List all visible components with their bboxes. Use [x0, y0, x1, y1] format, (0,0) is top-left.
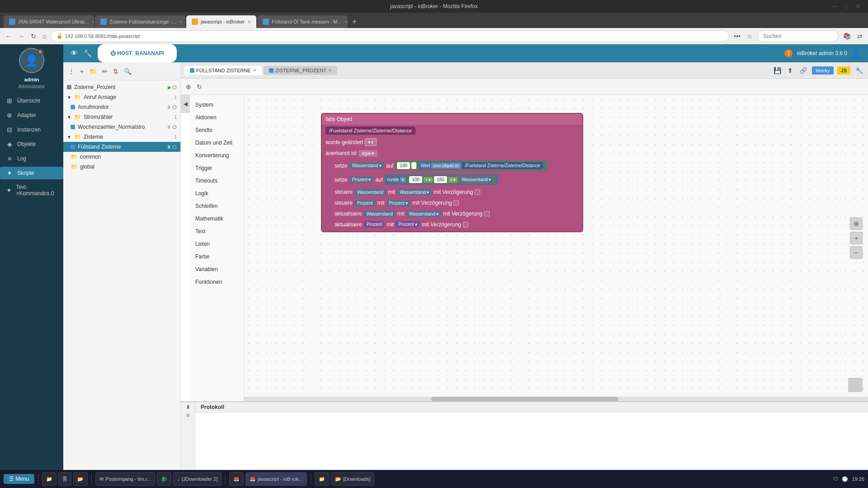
taskbar-item-email[interactable]: ✉ Posteingang - tim.r... — [95, 472, 155, 486]
back-btn[interactable]: ← — [4, 32, 14, 41]
scripts-sort-btn[interactable]: ⇅ — [112, 66, 120, 76]
sidebar-item-objects[interactable]: ◈ Objekte — [0, 138, 63, 150]
sidebar-item-log[interactable]: ≡ Log — [0, 152, 63, 165]
category-listen[interactable]: Listen — [190, 238, 244, 250]
eye-icon-btn[interactable]: 👁 — [71, 49, 78, 57]
tree-item-wochenzaehler[interactable]: Wochenzaehler_Normalstro ⏸ ⬡ — [63, 122, 180, 132]
scripts-add-folder-btn[interactable]: 📁 — [88, 66, 98, 76]
home-btn[interactable]: ⌂ — [41, 32, 48, 41]
taskbar-item-firefox2[interactable]: 🦊 javascript - ioB rok... — [245, 472, 307, 486]
category-system[interactable]: System — [190, 99, 244, 111]
taskbar-item-folder2[interactable]: 📁 — [315, 472, 329, 486]
category-trigger[interactable]: Trigger — [190, 162, 244, 174]
category-timeouts[interactable]: Timeouts — [190, 174, 244, 187]
category-aktionen[interactable]: Aktionen — [190, 111, 244, 124]
category-datum[interactable]: Datum und Zeit — [190, 136, 244, 149]
var1-badge[interactable]: Wasserstand ▾ — [349, 162, 384, 169]
pause-btn-anruf[interactable]: ⏸ — [166, 104, 171, 110]
save-icon-btn[interactable]: 💾 — [772, 66, 783, 75]
scripts-edit-btn[interactable]: ✏ — [101, 66, 109, 76]
panel-collapse-btn[interactable]: ◀ — [181, 95, 190, 113]
sidebar-item-overview[interactable]: ⊞ Übersicht — [0, 94, 63, 107]
zoom-in-btn[interactable]: + — [850, 232, 863, 244]
taskbar-item-folder[interactable]: 📂 — [73, 472, 88, 486]
scripts-search-btn[interactable]: 🔍 — [123, 66, 133, 76]
sidebar-item-text-commands[interactable]: ✦ Text->Kommandos.0 — [0, 181, 63, 199]
changed-dropdown[interactable]: ▾ — [365, 138, 377, 146]
tab-close-1[interactable]: ✕ — [179, 19, 182, 24]
link-icon-btn[interactable]: 🔗 — [798, 66, 808, 75]
aktu1-val[interactable]: Wasserstand ▾ — [406, 211, 441, 217]
ack-value[interactable]: egal ▾ — [359, 150, 377, 157]
category-text[interactable]: Text — [190, 225, 244, 238]
log-download-btn[interactable]: ⬇ — [186, 404, 190, 410]
reload-btn[interactable]: ↻ — [29, 32, 38, 41]
browser-tab-2[interactable]: javascript - ioBroker ✕ — [186, 15, 256, 28]
zoom-out-btn[interactable]: − — [850, 246, 863, 259]
sidebar-close-btn[interactable]: ✕ — [37, 49, 43, 55]
minimize-btn[interactable]: ─ — [831, 2, 839, 11]
taskbar-start-btn[interactable]: ☰ Menu — [4, 474, 34, 484]
category-mathematik[interactable]: Mathematik — [190, 212, 244, 225]
pause-btn-woche[interactable]: ⏸ — [166, 124, 171, 130]
address-bar[interactable]: 🔒 192.168.0.56:8081/#tab-javascript — [51, 30, 729, 42]
taskbar-item-files[interactable]: 📁 — [42, 472, 57, 486]
pause-btn-fullstand[interactable]: ⏸ — [166, 144, 171, 150]
sidebar-item-instances[interactable]: ⊟ Instanzen — [0, 123, 63, 136]
export-btn-anruf[interactable]: ⬡ — [172, 104, 177, 110]
export-btn-woche[interactable]: ⬡ — [172, 124, 177, 130]
tree-item-strom-folder[interactable]: ▼ 📁 Stromzähler 1 — [63, 112, 180, 122]
mit2-val[interactable]: Prozent ▾ — [387, 200, 410, 206]
tab-close-0[interactable]: ✕ — [92, 19, 94, 24]
browser-tab-0[interactable]: JSN-SR04T Waterproof Ultras... ✕ — [4, 15, 94, 28]
sidebar-item-adapter[interactable]: ⊕ Adapter — [0, 109, 63, 122]
export-btn-fullstand[interactable]: ⬡ — [172, 144, 177, 150]
more-btn[interactable]: ••• — [732, 32, 742, 41]
tab-close-3[interactable]: ✕ — [344, 19, 348, 24]
tree-item-zisterne-folder[interactable]: ▼ 📁 Zisterne 1 — [63, 132, 180, 142]
bookmarks-panel-btn[interactable]: 📚 — [841, 32, 853, 41]
calc-op2-badge[interactable]: × ▾ — [448, 177, 458, 183]
scripts-add-btn[interactable]: + — [79, 66, 85, 76]
category-farbe[interactable]: Farbe — [190, 250, 244, 263]
run-btn[interactable]: ▶ — [168, 84, 171, 90]
editor-tab-close-0[interactable]: ✕ — [253, 68, 256, 73]
maximize-btn[interactable]: □ — [843, 2, 850, 11]
category-schleifen[interactable]: Schleifen — [190, 200, 244, 212]
browser-tab-1[interactable]: Zisterne Füllstandsanzeige -... ✕ — [95, 15, 185, 28]
editor-tab-0[interactable]: FÜLLSTAND ZISTERNE ✕ — [184, 66, 262, 75]
category-konvertierung[interactable]: Konvertierung — [190, 149, 244, 162]
workspace-scrollbar-h[interactable] — [244, 397, 868, 401]
category-funktionen[interactable]: Funktionen — [190, 276, 244, 288]
export-icon-btn[interactable]: ⬆ — [786, 66, 794, 75]
browser-search-input[interactable] — [757, 30, 839, 42]
close-btn[interactable]: ✕ — [854, 2, 863, 11]
forward-btn[interactable]: → — [16, 32, 26, 41]
taskbar-item-firefox1[interactable]: 🦊 — [229, 472, 244, 486]
round-dropdown[interactable]: ▾ — [400, 177, 406, 183]
category-logik[interactable]: Logik — [190, 187, 244, 200]
topbar-user-icon[interactable]: 👤 — [852, 49, 861, 58]
category-sendto[interactable]: Sendto — [190, 124, 244, 136]
tab-close-2[interactable]: ✕ — [247, 19, 251, 24]
bookmark-btn[interactable]: ☆ — [745, 32, 755, 41]
blocky-btn[interactable]: blocky — [812, 66, 833, 75]
tree-item-anruf-folder[interactable]: ▼ 📁 Anruf Ansage 1 — [63, 92, 180, 102]
category-variablen[interactable]: Variablen — [190, 263, 244, 276]
mit1-val[interactable]: Wasserstand ▾ — [397, 189, 432, 196]
wrench-icon-btn[interactable]: 🔧 — [83, 49, 92, 58]
var2-badge[interactable]: Prozent ▾ — [349, 176, 373, 183]
tree-item-zisterne-prozent[interactable]: Zisterne_Prozent ▶ ⬡ — [63, 82, 180, 92]
aktu1-checkbox[interactable] — [484, 211, 490, 216]
log-list-btn[interactable]: ≡ — [186, 412, 189, 418]
export-btn[interactable]: ⬡ — [172, 84, 177, 90]
tree-item-common[interactable]: 📁 common — [63, 152, 180, 162]
editor-tab-1[interactable]: ZISTERNE_PROZENT ✕ — [264, 66, 337, 75]
blockly-workspace[interactable]: falls Objekt /Fuelstand Zisterne/Zistern… — [244, 95, 868, 401]
settings-icon-btn[interactable]: 🔧 — [854, 66, 864, 75]
browser-tab-3[interactable]: Füllstand Öl Tank messen - M... ✕ — [257, 15, 348, 28]
calc-var-badge[interactable]: Wasserstand ▾ — [459, 176, 494, 183]
sync-btn[interactable]: ⇄ — [855, 32, 864, 41]
tree-item-fullstand[interactable]: Füllstand Zisterne ⏸ ⬡ — [63, 142, 180, 152]
compass-btn[interactable]: ⊕ — [850, 217, 863, 230]
